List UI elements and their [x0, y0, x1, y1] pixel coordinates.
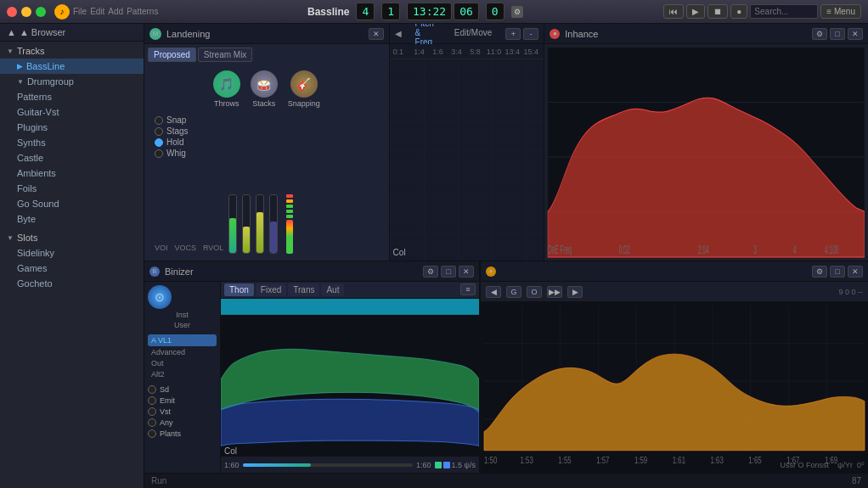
fader-rvol[interactable]	[256, 194, 264, 254]
menu-file[interactable]: File	[73, 7, 87, 16]
radio-stags[interactable]: Stags	[155, 126, 379, 137]
pr-zoom-out[interactable]: -	[523, 28, 538, 40]
sidebar-item-guitar[interactable]: Guitar-Vst	[0, 104, 144, 120]
sidebar-item-patterns[interactable]: Patterns	[0, 89, 144, 104]
ruler-start: 0:1	[393, 48, 410, 56]
fader-voi[interactable]	[228, 194, 237, 254]
menu-patterns[interactable]: Patterns	[127, 7, 158, 16]
inst-stacks[interactable]: 🥁 Stacks	[251, 70, 278, 108]
fader-extra-track[interactable]	[269, 194, 278, 254]
sidebar-item-ambients[interactable]: Ambients	[0, 165, 144, 181]
spec2-settings-btn[interactable]: ⚙	[812, 266, 827, 278]
sidebar-item-bassline[interactable]: ▶ BassLine	[0, 59, 144, 74]
sidebar-item-byte[interactable]: Byte	[0, 211, 144, 227]
minimize-button[interactable]	[21, 7, 31, 17]
spec2-close-btn[interactable]: ✕	[848, 266, 863, 278]
radio-whig[interactable]: Whig	[155, 148, 379, 159]
label-voi: VOI	[155, 244, 168, 252]
transport-controls: Bassline 4 1 13:22 06 0 ⚙	[166, 3, 663, 20]
sidebar-item-plugins[interactable]: Plugins	[0, 120, 144, 135]
browser-scroll[interactable]: ≡	[460, 283, 476, 295]
browser-tab-fixed[interactable]: Fixed	[256, 283, 286, 296]
fader-voi-track[interactable]	[228, 194, 237, 254]
spec2-rewind[interactable]: ◀	[486, 286, 501, 298]
piano-roll: ◀ Pitch & Freq Edit/Move + - 0:1 1:4 1:6…	[390, 24, 544, 261]
search-input[interactable]	[750, 4, 818, 19]
play-button[interactable]: ▶	[686, 4, 705, 19]
svg-text:1:63: 1:63	[711, 456, 724, 465]
browser-radio-sd[interactable]: Sd	[148, 384, 217, 395]
browser-item-out[interactable]: Out	[148, 358, 217, 368]
spec-btn1[interactable]: ⚙	[812, 28, 827, 40]
spectrum2-body: 1:50 1:53 1:55 1:57 1:59 1:61 1:63 1:65 …	[481, 302, 868, 473]
pr-nav-left[interactable]: ◀	[395, 29, 402, 38]
slots-header[interactable]: ▼ Slots	[0, 230, 144, 245]
tracks-header[interactable]: ▼ Tracks	[0, 43, 144, 59]
piano-roll-grid[interactable]: Col	[390, 59, 544, 261]
sidebar-item-gosound[interactable]: Go Sound	[0, 196, 144, 211]
mixer-close-btn[interactable]: ✕	[369, 28, 384, 40]
browser-radio-plants[interactable]: Plants	[148, 429, 217, 439]
piano-roll-ruler: 0:1 1:4 1:6 3:4 5:8 11:0 13:4 15:4	[390, 44, 544, 59]
fader-extra[interactable]	[269, 194, 278, 254]
close-button[interactable]	[7, 7, 17, 17]
spec-btn3[interactable]: ✕	[848, 28, 863, 40]
stop-button[interactable]: ⏹	[707, 4, 728, 19]
rewind-button[interactable]: ⏮	[663, 4, 684, 19]
fader-vocs-track[interactable]	[242, 194, 251, 254]
sidebar-item-castle[interactable]: Castle	[0, 150, 144, 165]
tracks-triangle: ▼	[7, 48, 14, 55]
menu-add[interactable]: Add	[108, 7, 123, 16]
tab-edit-move[interactable]: Edit/Move	[448, 26, 499, 41]
tick-3: 3:4	[448, 48, 466, 56]
spec2-play[interactable]: ▶	[567, 286, 583, 298]
preset-knob[interactable]: ⊙	[148, 285, 172, 309]
browser-radio-items: Sd Emit Vst	[148, 384, 217, 439]
sidebar-item-games[interactable]: Games	[0, 261, 144, 276]
browser-item-avl1[interactable]: A VL1	[148, 334, 217, 346]
pr-zoom-in[interactable]: +	[505, 28, 521, 40]
spec2-g[interactable]: G	[506, 286, 521, 298]
browser-tab-trans[interactable]: Trans	[288, 283, 319, 296]
browser-btn2[interactable]: □	[441, 266, 456, 278]
browser-radio-any[interactable]: Any	[148, 418, 217, 428]
mixer-tab-proposed[interactable]: Proposed	[148, 48, 196, 62]
browser-item-alt2[interactable]: Alt2	[148, 369, 217, 379]
spec-btn2[interactable]: □	[830, 28, 845, 40]
spec2-o[interactable]: O	[527, 286, 542, 298]
record-button[interactable]: ●	[730, 4, 747, 19]
radio-hold[interactable]: Hold	[155, 137, 379, 148]
browser-tab-thon[interactable]: Thon	[224, 283, 254, 296]
spec2-fwd[interactable]: ▶▶	[547, 286, 562, 298]
browser-tab-aut[interactable]: Aut	[321, 283, 344, 296]
browser-left-panel: ⊙ Inst User A VL1 Advanced Out Alt2	[144, 282, 221, 473]
browser-radio-emit[interactable]: Emit	[148, 395, 217, 406]
level-green3	[286, 215, 293, 218]
browser-items-list: A VL1 Advanced Out Alt2	[148, 334, 217, 379]
mixer-tab-stream[interactable]: Stream Mix	[198, 48, 253, 62]
time-display: 13:22 06	[407, 3, 479, 20]
metronome-button[interactable]: ⚙	[511, 6, 523, 18]
browser-btn3[interactable]: ✕	[459, 266, 474, 278]
menu-button[interactable]: ≡ Menu	[820, 4, 861, 19]
browser-radio-vst[interactable]: Vst	[148, 407, 217, 417]
fader-vocs[interactable]	[242, 194, 251, 254]
inst-snapping[interactable]: 🎸 Snapping	[288, 70, 320, 108]
browser-item-advanced[interactable]: Advanced	[148, 347, 217, 357]
sidebar-item-sidelinky[interactable]: Sidelinky	[0, 245, 144, 261]
radio-snap[interactable]: Snap	[155, 115, 379, 126]
inst-throws[interactable]: 🎵 Throws	[213, 70, 240, 108]
browser-btn1[interactable]: ⚙	[423, 266, 438, 278]
sidebar-item-gocheto[interactable]: Gocheto	[0, 276, 144, 291]
menu-edit[interactable]: Edit	[90, 7, 104, 16]
maximize-button[interactable]	[36, 7, 46, 17]
browser-tab-extra[interactable]: ≡	[460, 283, 476, 296]
sidebar-item-drumgroup[interactable]: ▼ Drumgroup	[0, 74, 144, 89]
fader-rvol-track[interactable]	[256, 194, 264, 254]
browser-preset-item[interactable]: ⊙	[148, 285, 217, 309]
spec2-minimize-btn[interactable]: □	[830, 266, 845, 278]
mixer-icon: M	[149, 28, 161, 40]
sidebar-item-label: Foils	[17, 183, 37, 194]
sidebar-item-synths[interactable]: Synths	[0, 135, 144, 150]
sidebar-item-foils[interactable]: Foils	[0, 181, 144, 196]
